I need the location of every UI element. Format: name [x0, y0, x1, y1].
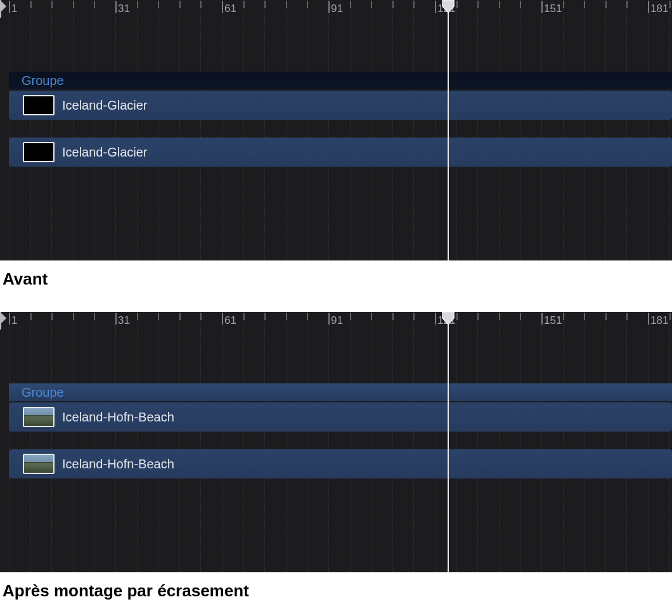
group-header-label: Groupe: [22, 385, 64, 399]
clip-thumbnail: [23, 142, 55, 162]
group-header[interactable]: Groupe: [9, 383, 672, 401]
start-marker-icon: [0, 0, 9, 18]
clip-name: Iceland-Glacier: [62, 145, 148, 160]
svg-marker-0: [1, 1, 6, 12]
playhead-head-icon[interactable]: [441, 0, 455, 14]
clip-name: Iceland-Glacier: [62, 98, 148, 113]
svg-marker-5: [443, 312, 454, 324]
timeline-before[interactable]: 1316191121151181 Groupe Iceland-Glacier …: [0, 0, 672, 260]
playhead-line[interactable]: [448, 312, 449, 572]
ruler[interactable]: 1316191121151181: [0, 312, 672, 330]
timeline-after[interactable]: 1316191121151181 Groupe Iceland-Hofn-Bea…: [0, 312, 672, 572]
group-header-label: Groupe: [22, 74, 64, 87]
clip-thumbnail: [23, 454, 55, 474]
ruler[interactable]: 1316191121151181: [0, 0, 672, 18]
start-marker-icon: [0, 312, 9, 330]
clip-row[interactable]: Iceland-Hofn-Beach: [9, 402, 672, 432]
svg-marker-2: [443, 0, 454, 13]
clip-thumbnail: [23, 407, 55, 427]
playhead-line[interactable]: [448, 0, 449, 260]
clip-name: Iceland-Hofn-Beach: [62, 410, 174, 425]
caption-after: Après montage par écrasement: [0, 572, 672, 616]
svg-marker-3: [1, 312, 6, 324]
clip-row[interactable]: Iceland-Glacier: [9, 138, 672, 167]
clip-row[interactable]: Iceland-Hofn-Beach: [9, 449, 672, 478]
clip-name: Iceland-Hofn-Beach: [62, 457, 174, 472]
playhead-head-icon[interactable]: [441, 312, 455, 326]
caption-before: Avant: [0, 260, 672, 312]
svg-rect-1: [0, 0, 1, 18]
svg-rect-4: [0, 312, 1, 330]
clip-row[interactable]: Iceland-Glacier: [9, 91, 672, 120]
group-header[interactable]: Groupe: [9, 72, 672, 89]
clip-thumbnail: [23, 95, 55, 115]
